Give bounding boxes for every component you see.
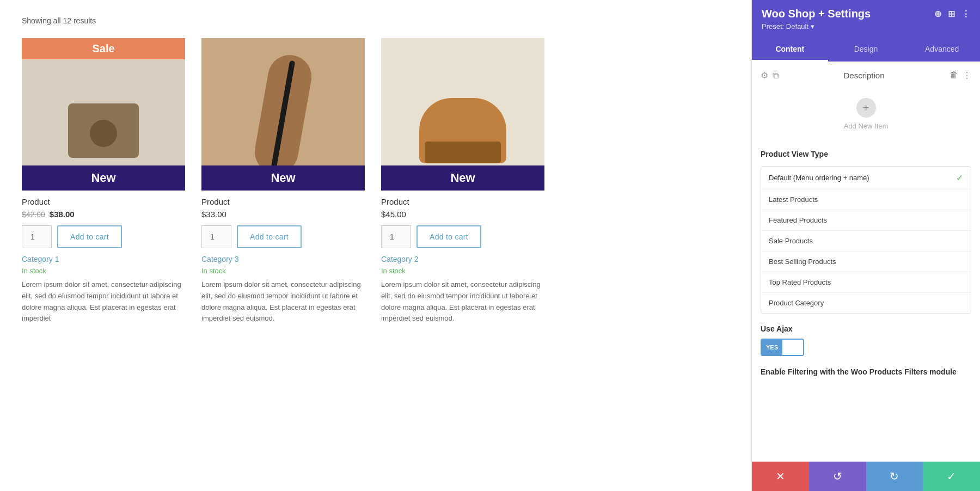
products-grid: Sale New Product $42.00 $38.00 Add to ca… — [22, 38, 730, 331]
price-wrapper-1: $42.00 $38.00 — [22, 210, 185, 219]
toggle-yes-label: YES — [762, 340, 782, 355]
add-new-item-label: Add New Item — [769, 122, 963, 130]
tab-design[interactable]: Design — [828, 38, 904, 62]
view-type-option-latest[interactable]: Latest Products — [761, 189, 971, 210]
undo-icon: ↺ — [833, 470, 842, 483]
category-link-3[interactable]: Category 2 — [381, 255, 544, 263]
cancel-button[interactable]: ✕ — [752, 462, 809, 491]
panel-footer: ✕ ↺ ↻ ✓ — [752, 462, 980, 491]
quantity-input-2[interactable] — [201, 225, 231, 248]
tab-content[interactable]: Content — [752, 38, 828, 62]
description-title: Description — [783, 71, 945, 80]
tab-advanced[interactable]: Advanced — [904, 38, 980, 62]
copy-icon[interactable]: ⧉ — [773, 71, 779, 81]
new-badge-2: New — [201, 165, 365, 191]
price-regular-2: $33.00 — [201, 210, 226, 219]
main-content: Showing all 12 results Sale New Product … — [0, 0, 751, 491]
add-to-cart-row-3: Add to cart — [381, 225, 544, 248]
product-image-2: New — [201, 38, 365, 191]
add-new-item-button[interactable]: + — [856, 98, 876, 118]
use-ajax-section: Use Ajax YES — [761, 324, 971, 356]
view-type-option-default[interactable]: Default (Menu ordering + name) ✓ — [761, 167, 971, 189]
product-image-1: Sale New — [22, 38, 185, 191]
quantity-input-1[interactable] — [22, 225, 52, 248]
product-card-3: New Product $45.00 Add to cart Category … — [381, 38, 544, 331]
product-desc-2: Lorem ipsum dolor sit amet, consectetur … — [201, 279, 365, 324]
more-icon[interactable]: ⋮ — [961, 9, 970, 19]
add-to-cart-button-2[interactable]: Add to cart — [237, 225, 302, 248]
category-link-2[interactable]: Category 3 — [201, 255, 365, 263]
add-to-cart-row-1: Add to cart — [22, 225, 185, 248]
sale-badge: Sale — [22, 38, 185, 59]
section-actions: 🗑 ⋮ — [950, 70, 971, 81]
delete-icon[interactable]: 🗑 — [950, 70, 958, 81]
price-regular-3: $45.00 — [381, 210, 406, 219]
product-card-2: New Product $33.00 Add to cart Category … — [201, 38, 365, 331]
add-new-item-area: + Add New Item — [761, 89, 971, 139]
panel-tabs: Content Design Advanced — [752, 38, 980, 62]
undo-button[interactable]: ↺ — [809, 462, 866, 491]
stock-status-3: In stock — [381, 267, 544, 275]
ajax-toggle[interactable]: YES — [761, 339, 804, 356]
quantity-input-3[interactable] — [381, 225, 411, 248]
save-button[interactable]: ✓ — [923, 462, 980, 491]
results-count: Showing all 12 results — [22, 16, 730, 25]
cancel-icon: ✕ — [776, 470, 785, 483]
add-to-cart-button-1[interactable]: Add to cart — [57, 225, 122, 248]
price-new-1: $38.00 — [50, 210, 75, 219]
view-type-option-product-category[interactable]: Product Category — [761, 293, 971, 313]
description-section-header: ⚙ ⧉ Description 🗑 ⋮ — [761, 70, 971, 81]
product-view-type-label: Product View Type — [761, 150, 971, 158]
grid-icon[interactable]: ⊞ — [948, 9, 955, 19]
category-link-1[interactable]: Category 1 — [22, 255, 185, 263]
panel-body: ⚙ ⧉ Description 🗑 ⋮ + Add New Item Produ… — [752, 62, 980, 462]
redo-icon: ↻ — [890, 470, 899, 483]
add-to-cart-row-2: Add to cart — [201, 225, 365, 248]
stock-status-2: In stock — [201, 267, 365, 275]
ajax-toggle-wrapper: YES — [761, 339, 971, 356]
view-type-option-top-rated[interactable]: Top Rated Products — [761, 272, 971, 293]
product-info-2: Product $33.00 Add to cart Category 3 In… — [201, 191, 365, 331]
redo-button[interactable]: ↻ — [866, 462, 923, 491]
camera-icon[interactable]: ⊕ — [934, 9, 941, 19]
new-badge-3: New — [381, 165, 544, 191]
new-badge-1: New — [22, 165, 185, 191]
filtering-section: Enable Filtering with the Woo Products F… — [761, 367, 971, 378]
section-more-icon[interactable]: ⋮ — [963, 70, 971, 81]
panel-preset[interactable]: Preset: Default ▾ — [762, 22, 970, 30]
save-icon: ✓ — [947, 470, 956, 483]
panel-title-icons: ⊕ ⊞ ⋮ — [934, 9, 970, 19]
view-type-option-featured[interactable]: Featured Products — [761, 210, 971, 231]
panel-title: Woo Shop + Settings ⊕ ⊞ ⋮ — [762, 8, 970, 20]
use-ajax-label: Use Ajax — [761, 324, 971, 333]
product-card-1: Sale New Product $42.00 $38.00 Add to ca… — [22, 38, 185, 331]
product-desc-3: Lorem ipsum dolor sit amet, consectetur … — [381, 279, 544, 324]
view-type-option-sale[interactable]: Sale Products — [761, 231, 971, 251]
panel-title-text: Woo Shop + Settings — [762, 8, 871, 20]
product-info-3: Product $45.00 Add to cart Category 2 In… — [381, 191, 544, 331]
panel-header: Woo Shop + Settings ⊕ ⊞ ⋮ Preset: Defaul… — [752, 0, 980, 38]
product-title-3: Product — [381, 197, 544, 206]
settings-icon[interactable]: ⚙ — [761, 70, 768, 81]
product-title-2: Product — [201, 197, 365, 206]
filtering-label: Enable Filtering with the Woo Products F… — [761, 367, 971, 378]
view-type-option-best-selling[interactable]: Best Selling Products — [761, 251, 971, 272]
product-image-3: New — [381, 38, 544, 191]
product-view-type-list: Default (Menu ordering + name) ✓ Latest … — [761, 166, 971, 314]
price-wrapper-3: $45.00 — [381, 210, 544, 219]
add-to-cart-button-3[interactable]: Add to cart — [416, 225, 481, 248]
product-desc-1: Lorem ipsum dolor sit amet, consectetur … — [22, 279, 185, 324]
price-wrapper-2: $33.00 — [201, 210, 365, 219]
product-title-1: Product — [22, 197, 185, 206]
selected-checkmark: ✓ — [956, 173, 963, 183]
price-old-1: $42.00 — [22, 210, 45, 219]
settings-panel: Woo Shop + Settings ⊕ ⊞ ⋮ Preset: Defaul… — [751, 0, 980, 491]
toggle-no-area — [782, 340, 803, 355]
product-info-1: Product $42.00 $38.00 Add to cart Catego… — [22, 191, 185, 331]
stock-status-1: In stock — [22, 267, 185, 275]
